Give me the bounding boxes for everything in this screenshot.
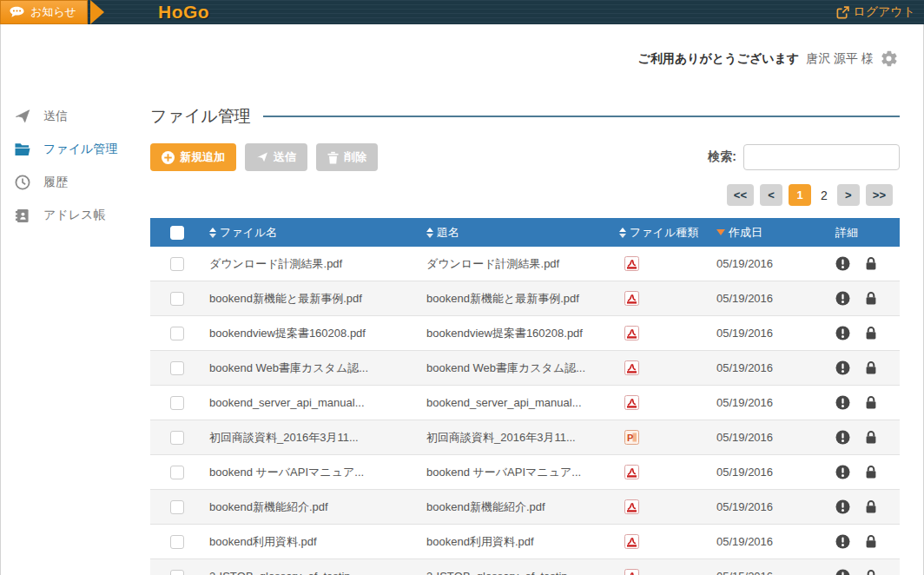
row-checkbox[interactable]: [170, 570, 184, 575]
pagination-first-button[interactable]: <<: [727, 184, 754, 206]
gear-icon[interactable]: [881, 50, 897, 67]
page-title: ファイル管理: [150, 105, 251, 128]
row-checkbox[interactable]: [170, 500, 184, 514]
lock-icon[interactable]: [864, 291, 878, 306]
pagination-page-2-link[interactable]: 2: [817, 188, 831, 202]
table-row: bookendview提案書160208.pdf bookendview提案書1…: [150, 316, 900, 351]
created-date-text: 05/19/2016: [716, 361, 773, 374]
column-header-file-name[interactable]: ファイル名: [204, 218, 421, 247]
select-all-checkbox[interactable]: [170, 226, 184, 240]
created-date-text: 05/15/2016: [716, 570, 773, 575]
info-icon[interactable]: [835, 360, 850, 375]
add-new-button[interactable]: 新規追加: [150, 143, 236, 171]
search-label: 検索:: [708, 149, 736, 165]
file-name-text: bookendview提案書160208.pdf: [209, 327, 366, 340]
info-icon[interactable]: [835, 569, 850, 575]
sort-both-icon: [619, 228, 626, 238]
top-navbar: お知らせ HoGo ログアウト: [0, 0, 924, 24]
file-name-text: bookend サーバAPIマニュア...: [209, 466, 364, 479]
ppt-file-icon: P: [624, 430, 639, 445]
sidebar-item-history[interactable]: 履歴: [14, 166, 150, 199]
sort-both-icon: [426, 228, 433, 238]
delete-button[interactable]: 削除: [316, 143, 378, 171]
table-row: bookend Web書庫カスタム認... bookend Web書庫カスタム認…: [150, 351, 900, 386]
lock-icon[interactable]: [864, 395, 878, 410]
search-input[interactable]: [743, 144, 900, 170]
pagination-next-button[interactable]: >: [837, 184, 860, 206]
row-checkbox[interactable]: [170, 361, 184, 375]
created-date-text: 05/19/2016: [716, 257, 773, 270]
file-table: ファイル名 題名 ファイル種類 作成日: [150, 218, 900, 575]
created-date-text: 05/19/2016: [716, 535, 773, 548]
row-checkbox[interactable]: [170, 466, 184, 479]
sidebar-item-file-management[interactable]: ファイル管理: [14, 133, 150, 166]
info-icon[interactable]: [835, 291, 850, 306]
brand-logo[interactable]: HoGo: [158, 0, 209, 24]
file-title-text: 3-ISTQB_glossary_of_testin...: [426, 570, 577, 575]
file-table-body: ダウンロード計測結果.pdf ダウンロード計測結果.pdf P 05/19/20…: [150, 247, 900, 575]
sidebar-item-address-book[interactable]: アドレス帳: [14, 199, 150, 232]
row-checkbox[interactable]: [170, 327, 184, 340]
sidebar-item-label: ファイル管理: [43, 142, 117, 157]
pagination-last-button[interactable]: >>: [866, 184, 893, 206]
sidebar-item-send[interactable]: 送信: [14, 100, 150, 133]
table-row: 3-ISTQB_glossary_of_testin... 3-ISTQB_gl…: [150, 559, 900, 575]
info-icon[interactable]: [835, 534, 850, 549]
file-title-text: bookendview提案書160208.pdf: [426, 327, 583, 340]
lock-icon[interactable]: [864, 430, 878, 445]
lock-icon[interactable]: [864, 360, 878, 375]
file-name-text: 3-ISTQB_glossary_of_testin...: [209, 570, 360, 575]
row-checkbox[interactable]: [170, 396, 184, 410]
main-area: ファイル管理 新規追加 送信: [150, 100, 923, 575]
pdf-file-icon: [624, 256, 639, 271]
file-name-text: bookend新機能紹介.pdf: [209, 500, 328, 513]
column-header-title[interactable]: 題名: [421, 218, 614, 247]
lock-icon[interactable]: [864, 256, 878, 271]
add-new-label: 新規追加: [180, 149, 225, 165]
lock-icon[interactable]: [864, 534, 878, 549]
notice-label: お知らせ: [30, 4, 76, 20]
info-icon[interactable]: [835, 326, 850, 340]
file-title-text: bookend新機能紹介.pdf: [426, 500, 545, 513]
file-name-text: bookend_server_api_manual...: [209, 396, 365, 409]
info-icon[interactable]: [835, 256, 850, 271]
table-row: bookend新機能紹介.pdf bookend新機能紹介.pdf P 05/1…: [150, 490, 900, 525]
table-header-row: ファイル名 題名 ファイル種類 作成日: [150, 218, 900, 247]
pdf-file-icon: [624, 465, 639, 479]
table-row: ダウンロード計測結果.pdf ダウンロード計測結果.pdf P 05/19/20…: [150, 247, 900, 281]
svg-text:P: P: [627, 433, 633, 443]
info-icon[interactable]: [835, 430, 850, 445]
column-header-file-type[interactable]: ファイル種類: [614, 218, 711, 247]
info-icon[interactable]: [835, 395, 850, 410]
pagination-prev-button[interactable]: <: [760, 184, 782, 206]
info-icon[interactable]: [835, 465, 850, 479]
lock-icon[interactable]: [864, 499, 878, 514]
file-name-text: bookend利用資料.pdf: [209, 535, 317, 548]
greeting-user-name: 唐沢 源平 様: [806, 51, 874, 67]
table-row: bookend新機能と最新事例.pdf bookend新機能と最新事例.pdf …: [150, 281, 900, 316]
row-checkbox[interactable]: [170, 292, 184, 306]
pdf-file-icon: [624, 395, 639, 410]
row-checkbox[interactable]: [170, 535, 184, 549]
pagination-page-1-button[interactable]: 1: [789, 184, 811, 206]
created-date-text: 05/19/2016: [716, 431, 773, 444]
row-checkbox[interactable]: [170, 257, 184, 271]
info-icon[interactable]: [835, 499, 850, 514]
row-checkbox[interactable]: [170, 431, 184, 445]
lock-icon[interactable]: [864, 326, 878, 340]
content-panel: ご利用ありがとうございます 唐沢 源平 様 送信 ファイル管理: [0, 24, 924, 575]
pdf-file-icon: [624, 326, 639, 340]
paper-plane-icon: [14, 109, 30, 124]
column-header-created-date[interactable]: 作成日: [711, 218, 820, 247]
logout-label: ログアウト: [853, 4, 915, 20]
lock-icon[interactable]: [864, 465, 878, 479]
plus-circle-icon: [162, 151, 175, 164]
send-button[interactable]: 送信: [245, 143, 307, 171]
file-title-text: bookend Web書庫カスタム認...: [426, 361, 585, 374]
table-row: bookend サーバAPIマニュア... bookend サーバAPIマニュア…: [150, 455, 900, 490]
pdf-file-icon: [624, 360, 639, 375]
notice-button[interactable]: お知らせ: [0, 0, 104, 24]
lock-icon[interactable]: [864, 569, 878, 575]
logout-button[interactable]: ログアウト: [836, 0, 915, 24]
toolbar: 新規追加 送信 削除 検索:: [150, 143, 900, 171]
